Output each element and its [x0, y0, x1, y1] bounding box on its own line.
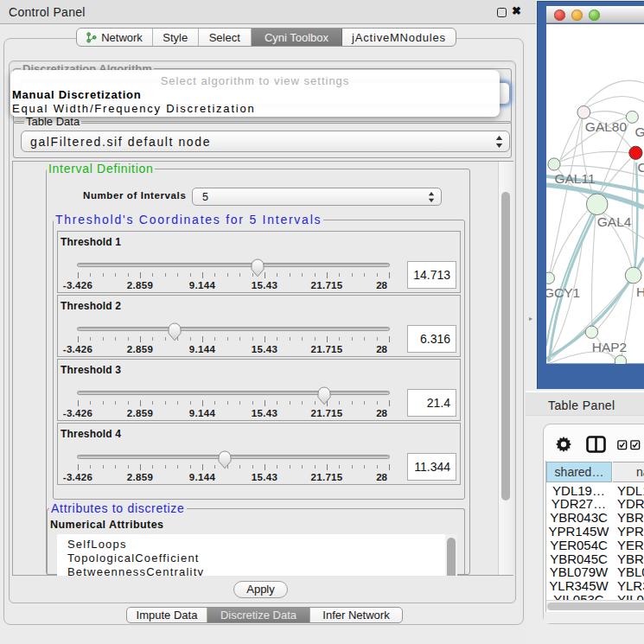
svg-text:HAP2: HAP2	[592, 340, 628, 354]
svg-text:GAL11: GAL11	[554, 171, 595, 186]
svg-text:GAL80: GAL80	[585, 119, 628, 134]
svg-text:GCY1: GCY1	[546, 285, 580, 300]
svg-text:H: H	[636, 284, 644, 299]
svg-text:C: C	[638, 160, 644, 175]
svg-text:G.: G.	[635, 124, 644, 139]
svg-text:GAL4: GAL4	[597, 214, 632, 229]
